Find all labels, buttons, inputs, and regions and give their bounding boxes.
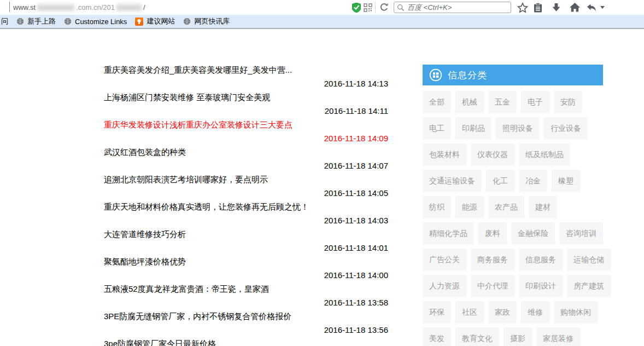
search-input[interactable]: 百度 <Ctrl+K>	[394, 2, 511, 13]
category-tag[interactable]: 维修	[521, 301, 549, 323]
sidebar-header: 信息分类	[423, 65, 603, 85]
article-title-link[interactable]: 重庆天地和材料价格真实透明，让您装修再无后顾之忧！	[104, 200, 388, 214]
category-tag[interactable]: 中介代理	[471, 275, 514, 297]
article-title-link[interactable]: 3PE防腐无缝钢管厂家，内衬不锈钢复合管价格报价	[104, 309, 388, 323]
article-item: 追溯北京朝阳表演艺考培训哪家好，要点明示2016-11-18 14:05	[104, 172, 388, 200]
category-tag[interactable]: 化工	[486, 170, 514, 192]
toolbar-divider	[375, 2, 376, 13]
history-undo-button[interactable]	[586, 0, 598, 15]
bookmark-star-button[interactable]	[516, 0, 529, 15]
category-tag[interactable]: 橡塑	[552, 170, 580, 192]
category-tag[interactable]: 商务服务	[471, 249, 514, 270]
bookmark-item-clipped[interactable]: 问	[1, 16, 8, 26]
toolbar-overflow-caret[interactable]	[599, 0, 606, 15]
category-tag[interactable]: 五金	[488, 91, 517, 113]
article-item: 3PE防腐无缝钢管厂家，内衬不锈钢复合管价格报价2016-11-18 13:56	[104, 309, 388, 337]
category-grid-icon	[429, 68, 442, 82]
category-tag[interactable]: 农产品	[488, 196, 524, 218]
article-item: 大连管道维修技巧分析2016-11-18 14:01	[104, 227, 388, 255]
category-tag[interactable]: 精细化学品	[423, 222, 474, 244]
category-tag[interactable]: 电子	[521, 91, 549, 113]
category-tag[interactable]: 家居装修	[536, 327, 580, 346]
category-tag[interactable]: 购物休闲	[554, 301, 598, 323]
qr-code-button[interactable]	[362, 0, 373, 15]
bookmark-item-suggested-sites[interactable]: 建议网站	[135, 16, 175, 26]
bookmark-label: 新手上路	[27, 16, 56, 26]
category-tag[interactable]: 教育文化	[455, 327, 499, 346]
category-tag[interactable]: 纸及纸制品	[519, 143, 570, 165]
category-tag[interactable]: 仪表仪器	[471, 143, 514, 165]
category-row: 交通运输设备化工冶金橡塑	[423, 170, 603, 192]
category-tag[interactable]: 纺织	[423, 196, 451, 218]
article-item: 重庆美容美发介绍_重庆美容美发哪里好_美发中营...2016-11-18 14:…	[104, 63, 388, 90]
bookmark-label: Customize Links	[75, 18, 127, 26]
url-blurred-segment	[116, 4, 142, 11]
category-tag[interactable]: 金融保险	[511, 222, 555, 244]
article-timestamp: 2016-11-18 14:13	[104, 77, 388, 90]
refresh-button[interactable]	[378, 0, 390, 15]
category-row: 电工印刷品照明设备行业设备	[423, 117, 603, 139]
category-row: 纺织能源农产品建材	[423, 196, 603, 218]
article-title-link[interactable]: 重庆华发装修设计浅析重庆办公室装修设计三大要点	[104, 118, 388, 131]
category-row: 环保社区家政维修购物休闲	[423, 301, 603, 323]
globe-icon	[183, 18, 191, 25]
category-tag[interactable]: 冶金	[519, 170, 547, 192]
category-tag[interactable]: 咨询培训	[559, 222, 603, 244]
category-tag[interactable]: 行业设备	[544, 117, 588, 139]
article-title-link[interactable]: 聚氨酯地坪漆价格优势	[104, 255, 388, 268]
category-tag[interactable]: 交通运输设备	[423, 170, 482, 192]
category-tag[interactable]: 广告公关	[423, 249, 466, 270]
category-row: 美发教育文化摄影家居装修	[423, 327, 603, 346]
category-tag[interactable]: 运输仓储	[567, 249, 611, 270]
category-tag[interactable]: 机械	[455, 91, 484, 113]
safety-shield-icon[interactable]	[350, 0, 362, 15]
article-timestamp: 2016-11-18 14:01	[104, 241, 388, 255]
category-tag[interactable]: 电工	[423, 117, 451, 139]
browser-toolbar: www.st .com.cn/201 /	[0, 0, 644, 15]
category-tag[interactable]: 印刷设计	[519, 275, 563, 297]
category-tag[interactable]: 房产建筑	[567, 275, 611, 297]
category-tag[interactable]: 摄影	[504, 327, 532, 346]
bookmarks-menu-button[interactable]	[532, 0, 544, 15]
article-item: 武汉红酒包装盒的种类2016-11-18 14:07	[104, 145, 388, 172]
category-tag[interactable]: 全部	[423, 91, 451, 113]
bookmarks-bar: 问 新手上路 Customize Links 建议网站 网页快讯库	[0, 15, 644, 29]
toolbar-divider	[391, 2, 391, 13]
category-tag[interactable]: 环保	[423, 301, 451, 323]
address-bar[interactable]: www.st .com.cn/201 /	[13, 0, 145, 15]
article-title-link[interactable]: 追溯北京朝阳表演艺考培训哪家好，要点明示	[104, 172, 388, 186]
article-timestamp: 2016-11-18 14:03	[104, 214, 388, 227]
category-tag[interactable]: 建材	[529, 196, 557, 218]
article-item: 聚氨酯地坪漆价格优势2016-11-18 14:00	[104, 255, 388, 282]
category-tag[interactable]: 社区	[455, 301, 484, 323]
home-button[interactable]	[568, 0, 581, 15]
category-tag[interactable]: 废料	[478, 222, 507, 244]
article-title-link[interactable]: 上海杨浦区门禁安装维修 至泰玻璃门安全美观	[104, 90, 388, 104]
category-tag[interactable]: 家政	[488, 301, 517, 323]
bookmark-label: 建议网站	[147, 16, 175, 26]
home-icon	[570, 3, 580, 12]
article-item: 五粮液52度真龙祥龙富贵酒：帝王瓷，皇家酒2016-11-18 13:58	[104, 282, 388, 309]
article-title-link[interactable]: 武汉红酒包装盒的种类	[104, 145, 388, 159]
clipboard-icon	[534, 3, 542, 13]
bookmark-item-getting-started[interactable]: 新手上路	[16, 16, 56, 26]
category-row: 精细化学品废料金融保险咨询培训	[423, 222, 603, 244]
bookmark-item-web-slices[interactable]: 网页快讯库	[183, 16, 230, 26]
category-tag[interactable]: 美发	[423, 327, 451, 346]
undo-arrow-icon	[587, 3, 596, 12]
article-title-link[interactable]: 大连管道维修技巧分析	[104, 227, 388, 241]
category-tag[interactable]: 安防	[554, 91, 582, 113]
sidebar-title: 信息分类	[448, 69, 487, 82]
article-title-link[interactable]: 3pe防腐钢管厂家今日最新价格	[104, 337, 388, 346]
article-title-link[interactable]: 重庆美容美发介绍_重庆美容美发哪里好_美发中营...	[104, 63, 388, 77]
category-tag[interactable]: 包装材料	[423, 143, 466, 165]
category-tag[interactable]: 信息服务	[519, 249, 563, 270]
category-tag[interactable]: 能源	[455, 196, 484, 218]
category-tag[interactable]: 人力资源	[423, 275, 466, 297]
article-title-link[interactable]: 五粮液52度真龙祥龙富贵酒：帝王瓷，皇家酒	[104, 282, 388, 296]
category-tag[interactable]: 印刷品	[455, 117, 491, 139]
bookmark-item-customize-links[interactable]: Customize Links	[64, 18, 127, 26]
globe-icon	[16, 18, 24, 25]
downloads-button[interactable]	[549, 0, 563, 15]
category-tag[interactable]: 照明设备	[496, 117, 540, 139]
